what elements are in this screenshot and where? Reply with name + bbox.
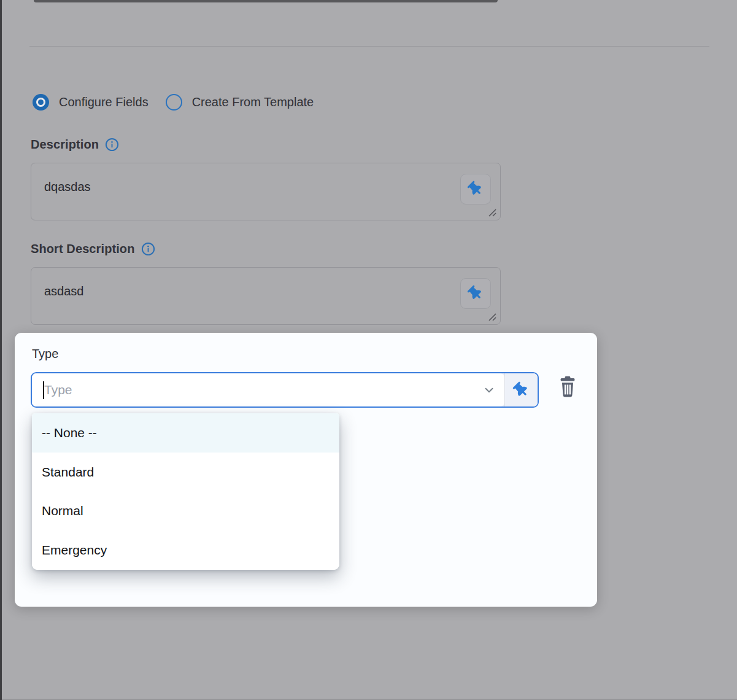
- text-cursor: [43, 381, 44, 399]
- left-panel-border: [0, 0, 2, 700]
- type-input[interactable]: [32, 373, 504, 406]
- dropdown-option-normal[interactable]: Normal: [32, 492, 339, 531]
- type-label: Type: [32, 347, 58, 361]
- short-description-textarea[interactable]: asdasd: [31, 267, 501, 325]
- radio-create-from-template[interactable]: Create From Template: [166, 94, 314, 111]
- type-pin-button[interactable]: [504, 373, 538, 406]
- radio-unselected-icon[interactable]: [166, 94, 182, 111]
- description-label-row: Description: [31, 138, 119, 152]
- field-mode-radio-group: Configure Fields Create From Template: [33, 94, 314, 111]
- radio-label-configure-fields: Configure Fields: [59, 95, 149, 109]
- dropdown-option-emergency[interactable]: Emergency: [32, 531, 339, 570]
- radio-selected-icon[interactable]: [33, 94, 49, 111]
- radio-configure-fields[interactable]: Configure Fields: [33, 94, 149, 111]
- description-textarea[interactable]: dqasdas: [31, 163, 501, 220]
- info-icon[interactable]: [141, 242, 155, 256]
- description-pin-button[interactable]: [460, 174, 491, 204]
- type-input-wrap: [32, 373, 504, 406]
- type-dropdown-listbox: -- None -- Standard Normal Emergency: [32, 413, 339, 570]
- description-value: dqasdas: [44, 180, 91, 194]
- dropdown-option-none[interactable]: -- None --: [32, 413, 339, 453]
- radio-dot: [38, 99, 44, 105]
- trash-icon: [557, 375, 579, 399]
- short-description-label-row: Short Description: [31, 242, 155, 256]
- pushpin-icon: [514, 383, 529, 398]
- pushpin-icon: [468, 286, 483, 301]
- section-divider: [29, 46, 709, 47]
- screen: Configure Fields Create From Template De…: [0, 0, 737, 700]
- resize-grip-icon[interactable]: [488, 313, 497, 322]
- radio-ring: [36, 98, 45, 107]
- type-field-card: Type: [15, 333, 597, 607]
- short-description-label: Short Description: [31, 242, 135, 256]
- info-icon[interactable]: [105, 138, 119, 152]
- short-description-value: asdasd: [44, 284, 84, 298]
- delete-field-button[interactable]: [553, 372, 582, 402]
- short-description-pin-button[interactable]: [460, 278, 491, 309]
- pushpin-icon: [468, 182, 483, 196]
- dropdown-option-standard[interactable]: Standard: [32, 453, 339, 492]
- description-label: Description: [31, 138, 99, 152]
- radio-label-create-from-template: Create From Template: [192, 95, 314, 109]
- resize-grip-icon[interactable]: [488, 208, 497, 217]
- top-element-edge: [34, 0, 498, 2]
- type-combobox[interactable]: [31, 372, 539, 408]
- chevron-down-icon[interactable]: [482, 383, 496, 397]
